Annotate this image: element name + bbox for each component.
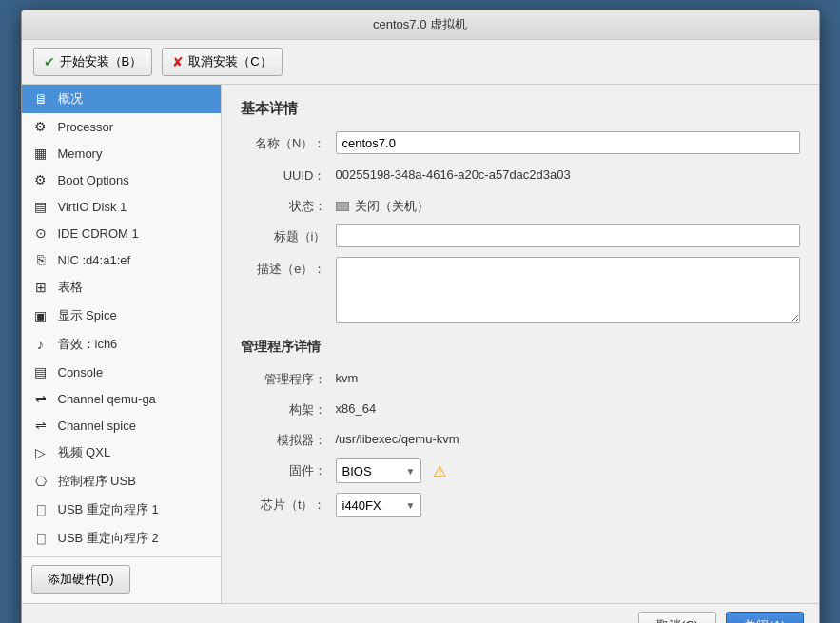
cancel-install-label: 取消安装（C） [188,53,271,70]
sidebar-item-audio[interactable]: ♪音效：ich6 [22,330,221,359]
arch-value: x86_64 [336,398,800,416]
status-row: 状态： 关闭（关机） [241,194,800,215]
check-icon: ✔ [44,54,55,69]
sidebar-icon-audio: ♪ [31,337,50,352]
sidebar-icon-video: ▷ [31,445,50,460]
manager-label: 管理程序： [241,367,336,388]
arch-label: 构架： [241,398,336,419]
window-title: centos7.0 虚拟机 [373,17,467,31]
sidebar-item-channel-qemu[interactable]: ⇌Channel qemu-ga [22,385,221,412]
firmware-controls: BIOSUEFI ▼ ⚠ [336,458,446,483]
sidebar-icon-virtio-disk: ▤ [31,199,50,214]
sidebar-label-audio: 音效：ich6 [58,336,118,353]
firmware-select[interactable]: BIOSUEFI [336,458,421,483]
firmware-row: 固件： BIOSUEFI ▼ ⚠ [241,458,800,483]
cancel-button[interactable]: 取消(C) [638,612,716,623]
sidebar-item-virtio-disk[interactable]: ▤VirtIO Disk 1 [22,193,221,220]
uuid-row: UUID： 00255198-348a-4616-a20c-a57dac2d3a… [241,164,800,185]
toolbar: ✔ 开始安装（B） ✘ 取消安装（C） [22,40,819,85]
chipset-select-wrapper: i440FXQ35 ▼ [336,493,421,517]
status-value: 关闭（关机） [336,194,800,215]
cross-icon: ✘ [172,54,184,69]
sidebar-label-usb-redir2: USB 重定向程序 2 [58,530,159,547]
cancel-label: 取消(C) [656,618,698,623]
sidebar-icon-channel-spice: ⇌ [31,418,50,433]
sidebar-item-usb-redir1[interactable]: ⎕USB 重定向程序 1 [22,496,221,524]
uuid-label: UUID： [241,164,336,185]
emulator-row: 模拟器： /usr/libexec/qemu-kvm [241,428,800,449]
cancel-install-button[interactable]: ✘ 取消安装（C） [162,48,282,76]
status-icon [336,202,349,211]
footer-right: 取消(C) 关闭(A) [638,612,803,623]
sidebar-item-usb-redir2[interactable]: ⎕USB 重定向程序 2 [22,524,221,553]
start-install-label: 开始安装（B） [60,53,143,70]
title-label: 标题（i） [241,224,336,245]
start-install-button[interactable]: ✔ 开始安装（B） [33,48,153,76]
desc-label: 描述（e）： [241,257,336,278]
manager-info-title: 管理程序详情 [241,339,800,356]
add-hardware-label: 添加硬件(D) [48,572,114,586]
sidebar-label-display: 显示 Spice [58,307,117,324]
sidebar-icon-nic: ⎘ [31,252,50,267]
sidebar-item-usb-ctrl[interactable]: ⎔控制程序 USB [22,467,221,496]
chipset-row: 芯片（t）： i440FXQ35 ▼ [241,493,800,517]
apply-button[interactable]: 关闭(A) [726,612,803,623]
title-row: 标题（i） [241,224,800,247]
title-bar: centos7.0 虚拟机 [22,10,819,40]
sidebar-icon-usb-redir2: ⎕ [31,531,50,546]
sidebar-label-console: Console [58,365,104,380]
basic-info-title: 基本详情 [241,100,800,118]
sidebar-label-video: 视频 QXL [58,444,111,461]
sidebar-item-channel-spice[interactable]: ⇌Channel spice [22,412,221,438]
sidebar-icon-usb-ctrl: ⎔ [31,474,50,489]
name-label: 名称（N）： [241,131,336,152]
add-hardware-button[interactable]: 添加硬件(D) [31,565,130,594]
main-window: centos7.0 虚拟机 ✔ 开始安装（B） ✘ 取消安装（C） 🖥概况⚙Pr… [21,10,820,623]
manager-value: kvm [336,367,800,385]
chipset-select[interactable]: i440FXQ35 [336,493,421,517]
warning-icon: ⚠ [433,462,446,480]
title-input[interactable] [336,224,800,247]
sidebar-icon-memory: ▦ [31,146,50,161]
arch-row: 构架： x86_64 [241,398,800,419]
sidebar-label-memory: Memory [58,146,103,161]
sidebar-item-nic[interactable]: ⎘NIC :d4:a1:ef [22,246,221,273]
sidebar-icon-boot-options: ⚙ [31,172,50,187]
sidebar: 🖥概况⚙Processor▦Memory⚙Boot Options▤VirtIO… [22,85,222,603]
sidebar-item-table[interactable]: ⊞表格 [22,273,221,302]
sidebar-icon-channel-qemu: ⇌ [31,391,50,406]
emulator-value: /usr/libexec/qemu-kvm [336,428,800,446]
sidebar-item-ide-cdrom[interactable]: ⊙IDE CDROM 1 [22,220,221,246]
sidebar-icon-console: ▤ [31,364,50,380]
sidebar-icon-display: ▣ [31,308,50,323]
manager-row: 管理程序： kvm [241,367,800,388]
sidebar-label-boot-options: Boot Options [58,173,129,187]
sidebar-label-table: 表格 [58,279,83,296]
sidebar-label-usb-redir1: USB 重定向程序 1 [58,501,159,518]
sidebar-icon-overview: 🖥 [31,91,50,107]
sidebar-item-processor[interactable]: ⚙Processor [22,113,221,140]
sidebar-item-console[interactable]: ▤Console [22,359,221,385]
status-text: 关闭（关机） [355,198,429,215]
uuid-value: 00255198-348a-4616-a20c-a57dac2d3a03 [336,164,800,182]
sidebar-item-boot-options[interactable]: ⚙Boot Options [22,166,221,193]
sidebar-label-virtio-disk: VirtIO Disk 1 [58,200,127,214]
name-input[interactable] [336,131,800,154]
apply-label: 关闭(A) [744,618,785,623]
sidebar-icon-table: ⊞ [31,280,50,295]
sidebar-label-overview: 概况 [58,90,83,107]
footer: 取消(C) 关闭(A) [22,603,819,623]
sidebar-item-overview[interactable]: 🖥概况 [22,85,221,113]
desc-textarea[interactable] [336,257,800,323]
content-area: 基本详情 名称（N）： UUID： 00255198-348a-4616-a20… [222,85,819,603]
sidebar-label-usb-ctrl: 控制程序 USB [58,473,136,490]
main-content: 🖥概况⚙Processor▦Memory⚙Boot Options▤VirtIO… [22,85,819,603]
sidebar-item-memory[interactable]: ▦Memory [22,140,221,166]
sidebar-label-processor: Processor [58,120,114,134]
sidebar-item-display[interactable]: ▣显示 Spice [22,302,221,330]
desc-row: 描述（e）： [241,257,800,323]
firmware-select-wrapper: BIOSUEFI ▼ [336,458,421,483]
sidebar-item-video[interactable]: ▷视频 QXL [22,438,221,467]
chipset-label: 芯片（t）： [241,493,336,514]
name-row: 名称（N）： [241,131,800,154]
